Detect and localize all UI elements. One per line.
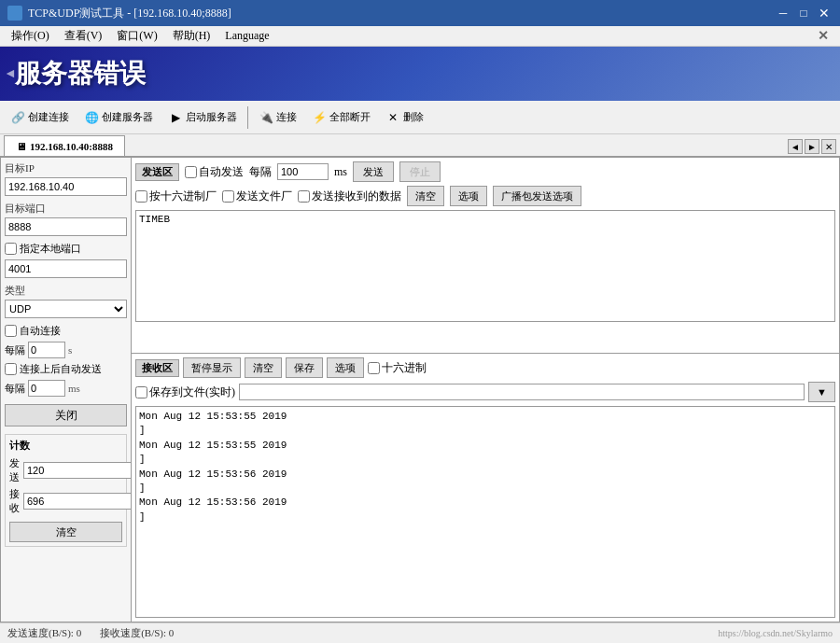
interval2-input[interactable]	[28, 380, 65, 397]
send-recv-checkbox[interactable]	[298, 190, 310, 203]
maximize-button[interactable]: □	[795, 5, 812, 21]
send-options-button[interactable]: 选项	[450, 186, 487, 206]
count-clear-button[interactable]: 清空	[9, 522, 122, 542]
send-file-label: 发送文件厂	[236, 189, 292, 204]
header-arrow-icon[interactable]: ◄	[4, 66, 17, 81]
send-textarea[interactable]: TIMEB	[135, 210, 835, 322]
titlebar-close-button[interactable]: ✕	[816, 5, 833, 21]
menu-help[interactable]: 帮助(H)	[165, 26, 218, 46]
target-port-group: 目标端口	[5, 202, 127, 236]
hex-mode-checkbox[interactable]	[368, 362, 380, 374]
type-group: 类型 UDP TCP	[5, 284, 127, 318]
interval1-unit: s	[68, 344, 72, 356]
delete-button[interactable]: ✕ 删除	[379, 105, 430, 131]
recv-content[interactable]: Mon Aug 12 15:53:55 2019 ] Mon Aug 12 15…	[135, 406, 835, 618]
stop-button[interactable]: 停止	[399, 161, 441, 182]
create-connection-button[interactable]: 🔗 创建连接	[4, 105, 76, 131]
create-server-icon: 🌐	[84, 110, 99, 125]
create-server-button[interactable]: 🌐 创建服务器	[77, 105, 160, 131]
window-title: TCP&UDP测试工具 - [192.168.10.40;8888]	[28, 6, 231, 21]
local-port-input[interactable]	[5, 259, 127, 278]
auto-send-after-label: 连接上后自动发送	[20, 362, 102, 376]
send-button[interactable]: 发送	[353, 161, 394, 182]
tab-prev-button[interactable]: ◄	[788, 139, 803, 154]
title-bar: TCP&UDP测试工具 - [192.168.10.40;8888] ─ □ ✕	[0, 0, 840, 26]
menu-view[interactable]: 查看(V)	[57, 26, 110, 46]
recv-count-row: 接收	[9, 487, 122, 515]
auto-send-checkbox[interactable]	[185, 166, 197, 178]
send-recv-label: 发送接收到的数据	[312, 189, 401, 204]
tab-navigation: ◄ ► ✕	[788, 139, 836, 154]
interval1-label: 每隔	[5, 343, 25, 357]
broadcast-button[interactable]: 广播包发送选项	[493, 186, 581, 206]
menu-action[interactable]: 操作(O)	[4, 26, 57, 46]
recv-clear-button[interactable]: 清空	[245, 357, 282, 378]
delete-icon: ✕	[385, 110, 400, 125]
right-panel: 发送区 自动发送 每隔 ms 发送 停止 按十六进制厂 发送文件厂	[132, 158, 839, 622]
start-server-icon: ▶	[168, 110, 183, 125]
target-port-label: 目标端口	[5, 202, 127, 216]
recv-line: Mon Aug 12 15:53:55 2019	[139, 439, 832, 453]
interval2-row: 每隔 ms	[5, 380, 127, 397]
interval2-label: 每隔	[5, 382, 25, 396]
save-button[interactable]: 保存	[286, 357, 323, 378]
auto-connect-checkbox[interactable]	[5, 325, 17, 337]
minimize-button[interactable]: ─	[775, 5, 791, 21]
send-clear-button[interactable]: 清空	[407, 186, 444, 206]
send-interval-input[interactable]	[277, 163, 329, 180]
save-file-input[interactable]	[239, 384, 805, 400]
menu-window[interactable]: 窗口(W)	[109, 26, 164, 46]
disconnect-all-button[interactable]: ⚡ 全部断开	[305, 105, 377, 131]
send-options-row: 按十六进制厂 发送文件厂 发送接收到的数据 清空 选项 广播包发送选项	[135, 186, 835, 206]
target-port-input[interactable]	[5, 217, 127, 236]
interval2-unit: ms	[68, 383, 80, 394]
menu-close-button[interactable]: ✕	[810, 26, 836, 46]
auto-send-after-checkbox[interactable]	[5, 363, 17, 375]
app-icon	[7, 6, 22, 21]
interval-label: 每隔	[249, 164, 272, 180]
auto-send-after-row: 连接上后自动发送	[5, 362, 127, 376]
connection-tab[interactable]: 🖥 192.168.10.40:8888	[4, 135, 125, 156]
auto-connect-label: 自动连接	[20, 324, 61, 338]
connect-button[interactable]: 🔌 连接	[252, 105, 303, 131]
left-panel: 目标IP 目标端口 指定本地端口 类型 UDP TCP 自动连接	[1, 158, 132, 622]
menu-language[interactable]: Language	[217, 26, 276, 46]
recv-save-row: 保存到文件(实时) ▼	[135, 382, 835, 402]
recv-count-value	[23, 493, 132, 510]
auto-connect-row: 自动连接	[5, 324, 127, 338]
send-recv-row: 发送接收到的数据	[298, 189, 401, 204]
interval1-input[interactable]	[28, 342, 65, 358]
header-banner: ◄ 服务器错误	[0, 47, 840, 101]
menu-bar: 操作(O) 查看(V) 窗口(W) 帮助(H) Language ✕	[0, 26, 840, 47]
disconnect-all-label: 全部断开	[329, 110, 371, 124]
pause-display-button[interactable]: 暂停显示	[183, 357, 241, 378]
scroll-button[interactable]: ▼	[808, 382, 835, 402]
start-server-button[interactable]: ▶ 启动服务器	[161, 105, 244, 131]
disconnect-all-icon: ⚡	[312, 110, 327, 125]
tab-row: 🖥 192.168.10.40:8888 ◄ ► ✕	[0, 134, 840, 157]
target-ip-input[interactable]	[5, 177, 127, 196]
recv-line: Mon Aug 12 15:53:55 2019	[139, 410, 832, 424]
local-port-checkbox[interactable]	[5, 243, 17, 255]
auto-send-label: 自动发送	[199, 164, 244, 180]
close-connection-button[interactable]: 关闭	[5, 404, 127, 426]
local-port-checkbox-row: 指定本地端口	[5, 242, 127, 256]
interval-unit: ms	[334, 165, 347, 179]
main-area: 目标IP 目标端口 指定本地端口 类型 UDP TCP 自动连接	[0, 157, 840, 622]
recv-count-label: 接收	[9, 487, 20, 515]
hex-send-checkbox[interactable]	[135, 190, 147, 203]
recv-toolbar: 接收区 暂停显示 清空 保存 选项 十六进制	[135, 357, 835, 378]
title-controls[interactable]: ─ □ ✕	[775, 5, 833, 21]
send-file-checkbox[interactable]	[222, 190, 234, 203]
connect-icon: 🔌	[259, 110, 273, 125]
send-toolbar: 发送区 自动发送 每隔 ms 发送 停止	[135, 161, 835, 182]
tab-close-button[interactable]: ✕	[821, 139, 836, 154]
save-file-checkbox[interactable]	[135, 386, 147, 398]
toolbar-separator-1	[247, 106, 248, 129]
recv-line: Mon Aug 12 15:53:56 2019	[139, 468, 832, 482]
type-select[interactable]: UDP TCP	[5, 300, 127, 318]
recv-options-button[interactable]: 选项	[327, 357, 364, 378]
tab-next-button[interactable]: ►	[805, 139, 819, 154]
tab-icon: 🖥	[16, 141, 26, 152]
delete-label: 删除	[403, 110, 424, 124]
